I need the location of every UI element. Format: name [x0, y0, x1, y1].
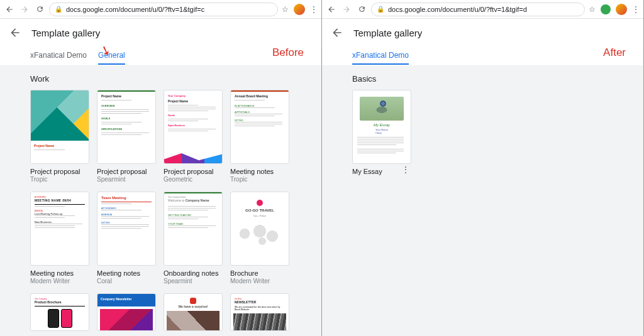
- template-thumb[interactable]: Company Newsletter: [97, 293, 156, 331]
- before-pane: 🔒 docs.google.com/document/u/0/?ftv=1&tg…: [0, 0, 322, 336]
- tabs-row: xFanatical Demo General ➘ Before: [0, 46, 321, 65]
- template-label: Meeting notes: [30, 269, 89, 277]
- more-vert-icon[interactable]: ⋮: [400, 165, 411, 175]
- template-card: We have a surprise!: [164, 293, 223, 331]
- page-title: Template gallery: [353, 28, 422, 38]
- address-bar[interactable]: 🔒 docs.google.com/document/u/0/?ftv=1&tg…: [49, 3, 278, 16]
- content-area[interactable]: Work Project Name Project proposal Tropi…: [0, 65, 321, 336]
- more-icon[interactable]: ⋮: [310, 5, 318, 14]
- template-thumb[interactable]: Your Company Name Welcome to Company Nam…: [164, 192, 223, 266]
- template-sub: Spearmint: [164, 278, 223, 285]
- template-label: Meeting notes: [97, 269, 156, 277]
- tab-xfanatical[interactable]: xFanatical Demo: [352, 51, 409, 65]
- page-title: Template gallery: [31, 28, 100, 38]
- template-thumb[interactable]: Your Company Product Brochure: [30, 293, 89, 331]
- url-text: docs.google.com/document/u/0/?ftv=1&tgif…: [66, 6, 204, 13]
- url-text: docs.google.com/document/u/0/?ftv=1&tgif…: [388, 6, 527, 13]
- reload-icon[interactable]: [356, 4, 367, 15]
- template-card: Your Company Name Welcome to Company Nam…: [164, 192, 223, 285]
- template-grid: Project Name Project proposal Tropic Pro…: [30, 90, 311, 331]
- template-label: Project proposal: [97, 168, 156, 175]
- template-thumb[interactable]: Project Name OVERVIEW GOALS SPECIFICATIO…: [97, 90, 156, 164]
- template-sub: Modern Writer: [230, 278, 289, 285]
- template-grid: My Essay Your NameClass My Essay ⋮: [352, 90, 633, 175]
- template-card: Project Name OVERVIEW GOALS SPECIFICATIO…: [97, 90, 156, 183]
- address-bar[interactable]: 🔒 docs.google.com/document/u/0/?ftv=1&tg…: [371, 3, 585, 16]
- tabs-row: xFanatical Demo After: [322, 46, 643, 65]
- template-label: My Essay: [352, 168, 382, 175]
- template-sub: Modern Writer: [30, 278, 89, 285]
- template-card: Annual Board Meeting IN ATTENDANCE APPRO…: [230, 90, 289, 183]
- back-icon[interactable]: [326, 4, 337, 15]
- content-area[interactable]: Basics My Essay Your NameClass My Essay: [322, 65, 643, 336]
- more-icon[interactable]: ⋮: [632, 5, 640, 14]
- template-thumb[interactable]: Project Name: [30, 90, 89, 164]
- template-card: the Beat NEWSLETTER We are nominated for…: [230, 293, 289, 331]
- template-card: Project Name Project proposal Tropic: [30, 90, 89, 183]
- template-label: Onboarding notes: [164, 269, 223, 277]
- forward-icon[interactable]: [19, 4, 30, 15]
- section-title: Work: [30, 74, 311, 84]
- template-sub: Tropic: [30, 176, 89, 183]
- after-label: After: [603, 46, 626, 59]
- star-icon[interactable]: ☆: [589, 5, 596, 14]
- star-icon[interactable]: ☆: [282, 5, 289, 14]
- template-thumb[interactable]: ATTENDEES MEETING NAME 09/04 AGENDA Last…: [30, 192, 89, 266]
- tab-xfanatical[interactable]: xFanatical Demo: [30, 51, 87, 65]
- forward-icon[interactable]: [341, 4, 352, 15]
- template-card: Team Meeting ATTENDEES AGENDA NOTES Meet…: [97, 192, 156, 285]
- gallery-back-icon[interactable]: [8, 25, 23, 40]
- browser-chrome: 🔒 docs.google.com/document/u/0/?ftv=1&tg…: [322, 0, 643, 19]
- section-title: Basics: [352, 74, 633, 84]
- template-thumb[interactable]: GO-GO TRAVEL Trips + Product: [230, 192, 289, 266]
- back-icon[interactable]: [4, 4, 15, 15]
- template-thumb[interactable]: Team Meeting ATTENDEES AGENDA NOTES: [97, 192, 156, 266]
- profile-avatar[interactable]: [294, 4, 305, 15]
- template-card: Your Company Product Brochure: [30, 293, 89, 331]
- gallery-header: Template gallery: [0, 19, 321, 46]
- template-sub: Spearmint: [97, 176, 156, 183]
- gallery-back-icon[interactable]: [330, 25, 345, 40]
- template-card: ATTENDEES MEETING NAME 09/04 AGENDA Last…: [30, 192, 89, 285]
- template-label: Project proposal: [164, 168, 223, 175]
- template-label: Project proposal: [30, 168, 89, 175]
- template-thumb[interactable]: My Essay Your NameClass: [352, 90, 411, 164]
- template-label: Meeting notes: [230, 168, 289, 175]
- browser-chrome: 🔒 docs.google.com/document/u/0/?ftv=1&tg…: [0, 0, 321, 19]
- template-card: Your Company Project Name Goals Specific…: [164, 90, 223, 183]
- lock-icon: 🔒: [377, 6, 384, 13]
- template-card: Company Newsletter: [97, 293, 156, 331]
- template-sub: Geometric: [164, 176, 223, 183]
- template-card: My Essay Your NameClass My Essay ⋮: [352, 90, 411, 175]
- template-thumb[interactable]: Your Company Project Name Goals Specific…: [164, 90, 223, 164]
- reload-icon[interactable]: [34, 4, 45, 15]
- after-pane: 🔒 docs.google.com/document/u/0/?ftv=1&tg…: [322, 0, 644, 336]
- template-label: Brochure: [230, 269, 289, 277]
- lock-icon: 🔒: [55, 6, 62, 13]
- template-thumb[interactable]: the Beat NEWSLETTER We are nominated for…: [230, 293, 289, 331]
- gallery-header: Template gallery: [322, 19, 643, 46]
- template-card: GO-GO TRAVEL Trips + Product Brochure Mo…: [230, 192, 289, 285]
- before-label: Before: [272, 46, 304, 59]
- template-thumb[interactable]: We have a surprise!: [164, 293, 223, 331]
- extension-icon[interactable]: [601, 4, 611, 14]
- template-thumb[interactable]: Annual Board Meeting IN ATTENDANCE APPRO…: [230, 90, 289, 164]
- template-sub: Tropic: [230, 176, 289, 183]
- profile-avatar[interactable]: [616, 4, 627, 15]
- template-sub: Coral: [97, 278, 156, 285]
